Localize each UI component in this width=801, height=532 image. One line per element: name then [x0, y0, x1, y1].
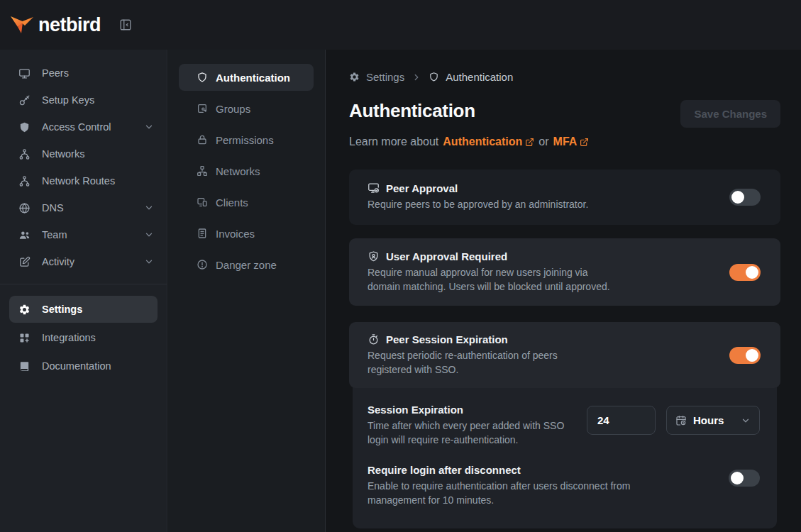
- authentication-doc-link[interactable]: Authentication: [443, 135, 534, 148]
- user-approval-toggle[interactable]: [729, 264, 761, 281]
- card-description: Require peers to be approved by an admin…: [368, 198, 588, 212]
- subnav-item-danger-zone[interactable]: Danger zone: [179, 251, 314, 278]
- subnav-item-label: Invoices: [216, 228, 255, 240]
- sidebar-item-setup-keys[interactable]: Setup Keys: [0, 87, 167, 113]
- sidebar-item-team[interactable]: Team: [0, 221, 167, 248]
- subnav-item-permissions[interactable]: Permissions: [179, 126, 314, 153]
- shield-icon: [197, 72, 208, 83]
- setting-title: Require login after disconnect: [368, 464, 673, 476]
- hierarchy-icon: [197, 165, 208, 177]
- subnav-item-clients[interactable]: Clients: [179, 189, 314, 216]
- sidebar-item-label: Activity: [42, 256, 74, 267]
- setting-title: Session Expiration: [368, 404, 580, 416]
- settings-subnav: Authentication Groups Permissions Networ…: [168, 50, 326, 532]
- toggle-knob: [731, 472, 744, 484]
- sidebar-item-integrations[interactable]: Integrations: [9, 324, 158, 351]
- peer-approval-toggle[interactable]: [729, 189, 761, 206]
- sidebar-item-label: Documentation: [42, 360, 111, 372]
- breadcrumb-settings[interactable]: Settings: [349, 71, 404, 83]
- subtitle-text: or: [538, 135, 548, 148]
- user-approval-card: User Approval Required Require manual ap…: [349, 238, 780, 306]
- subnav-item-authentication[interactable]: Authentication: [179, 64, 314, 91]
- sidebar-collapse-icon[interactable]: [119, 18, 132, 31]
- sidebar-item-label: Team: [42, 229, 67, 240]
- sidebar-item-label: Settings: [42, 304, 82, 315]
- alert-circle-icon: [197, 259, 208, 270]
- shield-user-icon: [368, 250, 380, 262]
- users-icon: [18, 229, 31, 241]
- sidebar-item-access-control[interactable]: Access Control: [0, 113, 167, 140]
- subnav-item-networks[interactable]: Networks: [179, 157, 314, 184]
- folder-key-icon: [197, 103, 208, 114]
- invoice-icon: [197, 228, 208, 239]
- sidebar-item-networks[interactable]: Networks: [0, 140, 167, 167]
- save-changes-button[interactable]: Save Changes: [680, 100, 780, 128]
- breadcrumb: Settings Authentication: [349, 71, 780, 83]
- sidebar-divider: [0, 284, 167, 284]
- chevron-down-icon: [144, 203, 154, 213]
- subnav-item-groups[interactable]: Groups: [179, 95, 314, 122]
- setting-description: Enable to require authentication after u…: [368, 480, 673, 507]
- require-login-row: Require login after disconnect Enable to…: [368, 464, 760, 507]
- card-title: User Approval Required: [386, 250, 507, 262]
- sidebar-item-settings[interactable]: Settings: [9, 296, 158, 323]
- chevron-down-icon: [741, 416, 751, 426]
- subnav-item-label: Authentication: [216, 72, 290, 84]
- session-expiration-input[interactable]: [587, 406, 656, 435]
- breadcrumb-authentication[interactable]: Authentication: [429, 71, 513, 83]
- card-title: Peer Session Expiration: [386, 333, 508, 345]
- main-content: Settings Authentication Authentication S…: [326, 50, 801, 532]
- chevron-down-icon: [144, 122, 154, 132]
- network-icon: [18, 175, 31, 187]
- setting-description: Time after which every peer added with S…: [368, 419, 580, 447]
- toggle-knob: [746, 349, 758, 362]
- external-link-icon: [525, 138, 534, 147]
- main-sidebar: Peers Setup Keys Access Control Networks…: [0, 50, 167, 532]
- chevron-down-icon: [144, 257, 154, 267]
- gear-icon: [349, 72, 360, 82]
- sidebar-item-activity[interactable]: Activity: [0, 248, 167, 275]
- gear-icon: [18, 304, 31, 316]
- sidebar-item-label: DNS: [42, 202, 64, 214]
- toggle-knob: [746, 266, 758, 279]
- toggle-knob: [731, 191, 744, 204]
- page-title: Authentication: [349, 100, 475, 122]
- subnav-item-invoices[interactable]: Invoices: [179, 220, 314, 247]
- book-icon: [18, 360, 31, 372]
- breadcrumb-label: Authentication: [446, 71, 513, 83]
- session-expiration-unit-select[interactable]: Hours: [666, 406, 760, 435]
- top-header: netbird: [0, 0, 801, 50]
- sidebar-item-label: Access Control: [42, 121, 111, 133]
- subnav-item-label: Networks: [216, 165, 260, 177]
- card-description: Request periodic re-authentication of pe…: [368, 349, 595, 377]
- key-icon: [18, 94, 31, 106]
- sidebar-item-network-routes[interactable]: Network Routes: [0, 167, 167, 194]
- devices-icon: [197, 196, 208, 208]
- brand-name: netbird: [38, 14, 101, 36]
- monitor-check-icon: [368, 182, 380, 194]
- sidebar-item-dns[interactable]: DNS: [0, 194, 167, 221]
- sidebar-item-label: Networks: [42, 148, 84, 160]
- card-description: Require manual approval for new users jo…: [368, 266, 623, 294]
- subnav-item-label: Danger zone: [216, 259, 277, 271]
- timer-icon: [368, 333, 380, 345]
- chevron-down-icon: [144, 230, 154, 240]
- peer-approval-card: Peer Approval Require peers to be approv…: [349, 170, 780, 225]
- sidebar-item-label: Peers: [42, 67, 69, 79]
- link-label: Authentication: [443, 135, 522, 148]
- calendar-clock-icon: [675, 415, 687, 426]
- globe-icon: [18, 202, 31, 214]
- sidebar-item-peers[interactable]: Peers: [0, 60, 167, 87]
- sidebar-item-label: Integrations: [42, 332, 96, 343]
- peer-session-expiration-toggle[interactable]: [729, 347, 761, 364]
- external-link-icon: [580, 138, 589, 147]
- mfa-doc-link[interactable]: MFA: [553, 135, 590, 148]
- subnav-item-label: Permissions: [216, 134, 274, 146]
- blocks-icon: [18, 332, 31, 344]
- peer-session-expiration-card: Peer Session Expiration Request periodic…: [349, 322, 780, 388]
- require-login-toggle[interactable]: [729, 470, 760, 487]
- sidebar-item-label: Setup Keys: [42, 94, 94, 106]
- sidebar-item-documentation[interactable]: Documentation: [9, 353, 158, 379]
- sidebar-item-label: Network Routes: [42, 175, 115, 187]
- subnav-item-label: Groups: [216, 103, 250, 115]
